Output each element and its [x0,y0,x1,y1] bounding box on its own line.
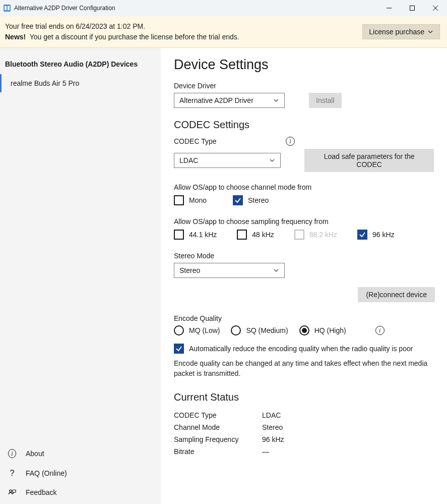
codec-settings-heading: CODEC Settings [174,119,434,131]
freq-44-label: 44.1 kHz [189,231,217,239]
stereo-mode-value: Stereo [179,266,200,274]
svg-point-7 [10,490,12,492]
svg-rect-2 [8,6,10,10]
feedback-label: Feedback [26,488,56,496]
device-driver-label: Device Driver [174,82,434,90]
status-row-codec: CODEC Type LDAC [174,409,434,421]
feedback-button[interactable]: Feedback [0,483,161,501]
status-bitrate-value: — [262,447,269,456]
faq-label: FAQ (Online) [26,469,67,477]
status-row-bitrate: Bitrate — [174,445,434,458]
svg-rect-4 [410,6,415,11]
codec-type-label: CODEC Type [174,137,217,145]
hq-radio[interactable]: HQ (High) [299,325,346,335]
license-purchase-button[interactable]: License purchase [362,24,440,39]
sidebar: Bluetooth Stereo Audio (A2DP) Devices re… [0,48,161,504]
freq-48-checkbox[interactable]: 48 kHz [237,230,274,240]
about-button[interactable]: i About [0,444,161,463]
status-bitrate-label: Bitrate [174,447,262,456]
question-icon: ? [8,468,16,478]
sidebar-footer: i About ? FAQ (Online) Feedback [0,441,161,504]
news-label: News! [5,33,26,41]
sq-radio[interactable]: SQ (Medium) [231,325,288,335]
freq-88-label: 88.2 kHz [309,231,337,239]
status-channel-value: Stereo [262,423,283,431]
encode-quality-note: Encode quality can be changed at any tim… [174,359,434,378]
reconnect-button[interactable]: (Re)connect device [358,287,435,302]
codec-type-select[interactable]: LDAC [174,153,281,168]
chevron-down-icon [273,267,279,273]
install-button[interactable]: Install [309,93,342,108]
discount-text: You get a discount if you purchase the l… [30,33,239,41]
feedback-icon [8,488,16,496]
sampling-freq-label: Allow OS/app to choose sampling frequenc… [174,217,434,226]
load-safe-params-button[interactable]: Load safe parameters for the CODEC [304,149,434,172]
info-icon[interactable]: i [286,137,295,146]
sidebar-heading: Bluetooth Stereo Audio (A2DP) Devices [0,57,161,74]
current-status-heading: Current Status [174,391,434,403]
titlebar: Alternative A2DP Driver Configuration [0,0,447,16]
stereo-label: Stereo [248,196,269,204]
chevron-down-icon [427,29,433,35]
auto-reduce-label: Automatically reduce the encoding qualit… [189,345,413,353]
chevron-down-icon [269,157,275,163]
auto-reduce-checkbox[interactable]: Automatically reduce the encoding qualit… [174,344,434,354]
hq-label: HQ (High) [314,326,346,334]
stereo-mode-label: Stereo Mode [174,252,434,260]
codec-type-value: LDAC [179,156,198,164]
status-row-freq: Sampling Frequency 96 kHz [174,433,434,445]
freq-44-checkbox[interactable]: 44.1 kHz [174,230,217,240]
minimize-button[interactable] [377,0,401,16]
status-table: CODEC Type LDAC Channel Mode Stereo Samp… [174,409,434,458]
status-codec-label: CODEC Type [174,411,262,419]
chevron-down-icon [273,97,279,103]
sq-label: SQ (Medium) [246,326,288,334]
freq-96-label: 96 kHz [372,231,395,239]
info-icon: i [8,449,16,458]
device-driver-value: Alternative A2DP Driver [179,96,253,104]
page-title: Device Settings [174,57,434,73]
device-driver-select[interactable]: Alternative A2DP Driver [174,93,285,108]
trial-expiry-text: Your free trial ends on 6/24/2023 at 1:0… [5,22,145,30]
freq-88-checkbox: 88.2 kHz [294,230,337,240]
app-icon [3,4,11,12]
encode-quality-label: Encode Quality [174,314,434,322]
status-freq-label: Sampling Frequency [174,435,262,443]
stereo-mode-select[interactable]: Stereo [174,263,285,278]
license-purchase-label: License purchase [369,28,424,36]
trial-notice-bar: Your free trial ends on 6/24/2023 at 1:0… [0,16,447,48]
status-freq-value: 96 kHz [262,435,284,443]
mono-checkbox[interactable]: Mono [174,195,207,205]
status-row-channel: Channel Mode Stereo [174,421,434,433]
info-icon[interactable]: i [375,326,385,335]
trial-notice-text: Your free trial ends on 6/24/2023 at 1:0… [5,21,239,42]
freq-48-label: 48 kHz [252,231,274,239]
device-name: realme Buds Air 5 Pro [11,79,79,87]
status-codec-value: LDAC [262,411,281,419]
mq-label: MQ (Low) [189,326,220,334]
about-label: About [26,450,44,458]
status-channel-label: Channel Mode [174,423,262,431]
window-controls [377,0,447,16]
close-button[interactable] [424,0,447,16]
content-panel: Device Settings Device Driver Alternativ… [161,48,447,504]
window-title: Alternative A2DP Driver Configuration [14,5,377,12]
maximize-button[interactable] [401,0,424,16]
faq-button[interactable]: ? FAQ (Online) [0,463,161,483]
device-list-item[interactable]: realme Buds Air 5 Pro [0,74,161,92]
channel-mode-label: Allow OS/app to choose channel mode from [174,183,434,191]
svg-rect-1 [5,6,7,10]
mq-radio[interactable]: MQ (Low) [174,325,220,335]
mono-label: Mono [189,196,207,204]
freq-96-checkbox[interactable]: 96 kHz [357,230,395,240]
stereo-checkbox[interactable]: Stereo [233,195,269,205]
